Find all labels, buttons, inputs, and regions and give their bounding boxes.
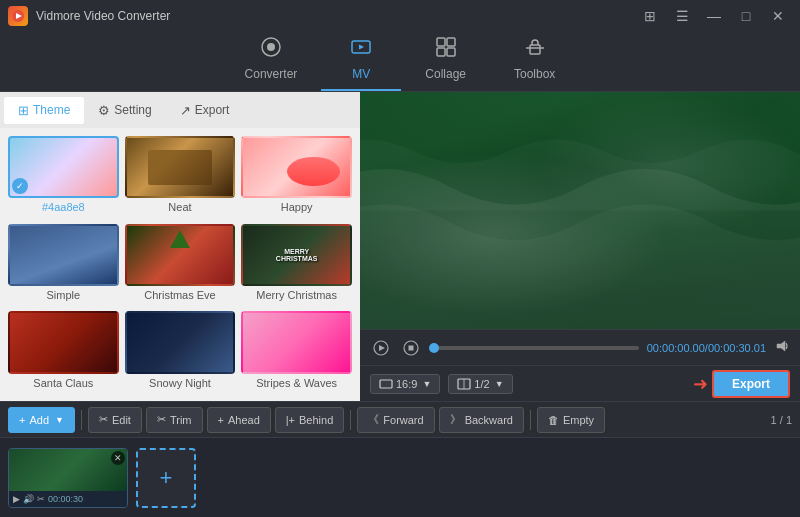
backward-label: Backward bbox=[465, 414, 513, 426]
panel-tab-export[interactable]: ↗ Export bbox=[166, 97, 244, 124]
resolution-button[interactable]: 1/2 ▼ bbox=[448, 374, 512, 394]
play-button[interactable] bbox=[370, 337, 392, 359]
merry-christmas-text: MERRYCHRISTMAS bbox=[276, 248, 318, 262]
tab-toolbox-label: Toolbox bbox=[514, 67, 555, 81]
theme-item-snowy-night[interactable]: Snowy Night bbox=[125, 311, 236, 393]
panel-tab-setting-label: Setting bbox=[114, 103, 151, 117]
titlebar-controls: ⊞ ☰ — □ ✕ bbox=[636, 6, 792, 26]
red-arrow-icon: ➜ bbox=[693, 373, 708, 395]
trim-label: Trim bbox=[170, 414, 192, 426]
bottom-toolbar: + Add ▼ ✂ Edit ✂ Trim + Ahead |+ Behind … bbox=[0, 401, 800, 437]
stop-button[interactable] bbox=[400, 337, 422, 359]
wave-svg bbox=[360, 92, 800, 329]
forward-icon: 《 bbox=[368, 412, 379, 427]
menu-btn[interactable]: ☰ bbox=[668, 6, 696, 26]
theme-label-merry-christmas: Merry Christmas bbox=[256, 289, 337, 301]
theme-label-chic: #4aa8e8 bbox=[42, 201, 85, 213]
edit-label: Edit bbox=[112, 414, 131, 426]
svg-rect-6 bbox=[447, 38, 455, 46]
add-clip-button[interactable]: + bbox=[136, 448, 196, 508]
theme-label-snowy-night: Snowy Night bbox=[149, 377, 211, 389]
theme-thumb-snowy-night[interactable] bbox=[125, 311, 236, 373]
theme-label-neat: Neat bbox=[168, 201, 191, 213]
clip-close-btn[interactable]: ✕ bbox=[111, 451, 125, 465]
theme-item-christmas-eve[interactable]: Christmas Eve bbox=[125, 224, 236, 306]
svg-marker-15 bbox=[777, 341, 785, 351]
ratio-button[interactable]: 16:9 ▼ bbox=[370, 374, 440, 394]
resolution-dropdown-arrow: ▼ bbox=[495, 379, 504, 389]
ratio-icon bbox=[379, 379, 393, 389]
tab-toolbox[interactable]: Toolbox bbox=[490, 28, 579, 91]
theme-tab-icon: ⊞ bbox=[18, 103, 29, 118]
theme-item-neat[interactable]: Neat bbox=[125, 136, 236, 218]
close-btn[interactable]: ✕ bbox=[764, 6, 792, 26]
panel-tab-theme-label: Theme bbox=[33, 103, 70, 117]
timeline: ✕ ▶ 🔊 ✂ 00:00:30 + bbox=[0, 437, 800, 517]
backward-button[interactable]: 》 Backward bbox=[439, 407, 524, 433]
svg-rect-16 bbox=[380, 380, 392, 388]
clip-volume-icon: 🔊 bbox=[23, 494, 34, 504]
collage-icon bbox=[435, 36, 457, 63]
svg-rect-9 bbox=[530, 45, 540, 54]
ahead-label: Ahead bbox=[228, 414, 260, 426]
tab-collage[interactable]: Collage bbox=[401, 28, 490, 91]
mv-icon bbox=[350, 36, 372, 63]
titlebar-title: Vidmore Video Converter bbox=[36, 9, 170, 23]
theme-thumb-merry-christmas[interactable]: MERRYCHRISTMAS bbox=[241, 224, 352, 286]
svg-rect-5 bbox=[437, 38, 445, 46]
export-button[interactable]: Export bbox=[712, 370, 790, 398]
theme-label-happy: Happy bbox=[281, 201, 313, 213]
empty-button[interactable]: 🗑 Empty bbox=[537, 407, 605, 433]
panel-tabs: ⊞ Theme ⚙ Setting ↗ Export bbox=[0, 92, 360, 128]
empty-label: Empty bbox=[563, 414, 594, 426]
timeline-clip[interactable]: ✕ ▶ 🔊 ✂ 00:00:30 bbox=[8, 448, 128, 508]
empty-icon: 🗑 bbox=[548, 414, 559, 426]
theme-item-chic[interactable]: ✓ #4aa8e8 bbox=[8, 136, 119, 218]
forward-button[interactable]: 《 Forward bbox=[357, 407, 434, 433]
svg-rect-7 bbox=[437, 48, 445, 56]
theme-item-merry-christmas[interactable]: MERRYCHRISTMAS Merry Christmas bbox=[241, 224, 352, 306]
theme-item-happy[interactable]: Happy bbox=[241, 136, 352, 218]
edit-icon: ✂ bbox=[99, 413, 108, 426]
volume-icon[interactable] bbox=[774, 338, 790, 357]
grid-btn[interactable]: ⊞ bbox=[636, 6, 664, 26]
theme-thumb-neat[interactable] bbox=[125, 136, 236, 198]
theme-thumb-simple[interactable] bbox=[8, 224, 119, 286]
theme-thumb-stripes-waves[interactable] bbox=[241, 311, 352, 373]
progress-bar[interactable] bbox=[430, 346, 639, 350]
clip-play-icon: ▶ bbox=[13, 494, 20, 504]
theme-thumb-santa-claus[interactable] bbox=[8, 311, 119, 373]
panel-tab-setting[interactable]: ⚙ Setting bbox=[84, 97, 165, 124]
svg-rect-14 bbox=[409, 345, 414, 350]
resolution-icon bbox=[457, 378, 471, 390]
theme-thumb-happy[interactable] bbox=[241, 136, 352, 198]
toolbox-icon bbox=[524, 36, 546, 63]
behind-button[interactable]: |+ Behind bbox=[275, 407, 345, 433]
tab-mv[interactable]: MV bbox=[321, 28, 401, 91]
video-preview bbox=[360, 92, 800, 329]
ratio-label: 16:9 bbox=[396, 378, 417, 390]
progress-dot bbox=[429, 343, 439, 353]
selected-check: ✓ bbox=[12, 178, 28, 194]
theme-item-simple[interactable]: Simple bbox=[8, 224, 119, 306]
ahead-button[interactable]: + Ahead bbox=[207, 407, 271, 433]
maximize-btn[interactable]: □ bbox=[732, 6, 760, 26]
theme-thumb-chic[interactable]: ✓ bbox=[8, 136, 119, 198]
theme-item-santa-claus[interactable]: Santa Claus bbox=[8, 311, 119, 393]
panel-tab-theme[interactable]: ⊞ Theme bbox=[4, 97, 84, 124]
theme-item-stripes-waves[interactable]: Stripes & Waves bbox=[241, 311, 352, 393]
svg-point-3 bbox=[267, 43, 275, 51]
theme-thumb-christmas-eve[interactable] bbox=[125, 224, 236, 286]
clip-info: ▶ 🔊 ✂ 00:00:30 bbox=[9, 491, 127, 507]
tab-converter[interactable]: Converter bbox=[221, 28, 322, 91]
tab-converter-label: Converter bbox=[245, 67, 298, 81]
trim-button[interactable]: ✂ Trim bbox=[146, 407, 203, 433]
edit-button[interactable]: ✂ Edit bbox=[88, 407, 142, 433]
add-dropdown-arrow: ▼ bbox=[55, 415, 64, 425]
add-button[interactable]: + Add ▼ bbox=[8, 407, 75, 433]
minimize-btn[interactable]: — bbox=[700, 6, 728, 26]
app-icon bbox=[8, 6, 28, 26]
theme-label-santa-claus: Santa Claus bbox=[33, 377, 93, 389]
panel-tab-export-label: Export bbox=[195, 103, 230, 117]
trim-icon: ✂ bbox=[157, 413, 166, 426]
